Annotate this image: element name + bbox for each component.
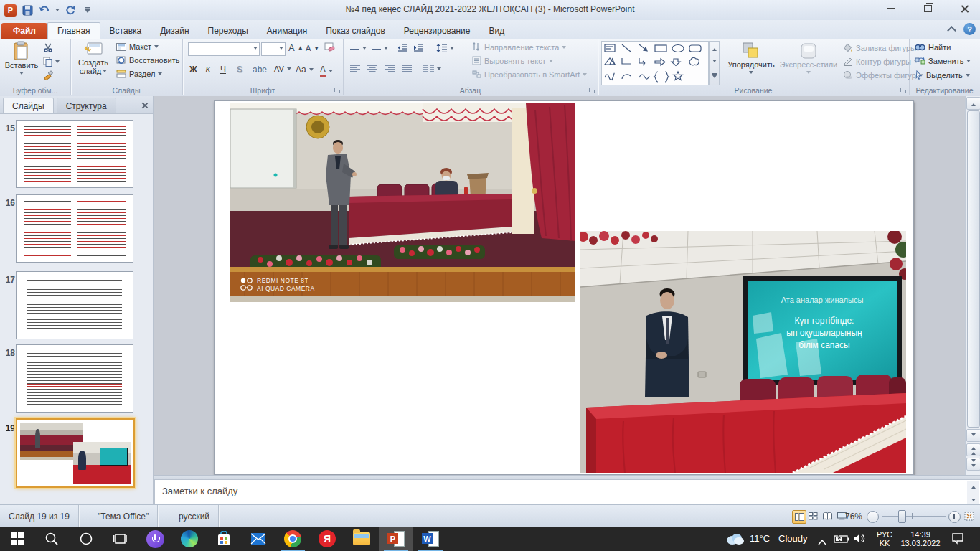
- tab-transitions[interactable]: Переходы: [199, 23, 258, 39]
- weather-icon[interactable]: [725, 531, 745, 548]
- zoom-in-button[interactable]: [948, 511, 961, 523]
- arrange-button[interactable]: Упорядочить: [724, 42, 778, 76]
- scroll-down-button[interactable]: [966, 429, 980, 442]
- font-color-button[interactable]: А: [320, 65, 333, 77]
- tray-expand-button[interactable]: [818, 535, 826, 548]
- fit-to-window-button[interactable]: [963, 510, 976, 522]
- word-taskbar-button[interactable]: W: [413, 527, 448, 551]
- tab-home[interactable]: Главная: [47, 22, 100, 39]
- section-button[interactable]: Раздел: [116, 70, 162, 78]
- close-button[interactable]: [956, 3, 974, 14]
- tab-outline-pane[interactable]: Структура: [57, 98, 116, 113]
- font-size-combobox[interactable]: [261, 42, 286, 56]
- status-slide-number[interactable]: Слайд 19 из 19: [0, 505, 79, 527]
- help-icon[interactable]: ?: [963, 23, 976, 35]
- start-button[interactable]: [0, 527, 34, 551]
- tab-slideshow[interactable]: Показ слайдов: [316, 23, 395, 39]
- edge-button[interactable]: [172, 527, 207, 551]
- shadow-button[interactable]: S: [237, 65, 242, 75]
- file-explorer-button[interactable]: [344, 527, 379, 551]
- align-center-button[interactable]: [367, 65, 377, 72]
- scroll-up-button[interactable]: [966, 97, 980, 110]
- increase-font-button[interactable]: A▲: [288, 42, 303, 53]
- taskbar-search-button[interactable]: [34, 527, 69, 551]
- character-spacing-button[interactable]: AV: [274, 65, 291, 73]
- strikethrough-button[interactable]: abe: [253, 65, 267, 75]
- reset-button[interactable]: Восстановить: [116, 56, 179, 65]
- minimize-button[interactable]: [881, 3, 900, 14]
- clock[interactable]: 14:39 13.03.2022: [898, 530, 943, 547]
- find-button[interactable]: Найти: [915, 43, 951, 52]
- zoom-percentage[interactable]: 76%: [845, 512, 862, 522]
- minimize-ribbon-icon[interactable]: [945, 24, 958, 34]
- voice-recorder-button[interactable]: [138, 527, 172, 551]
- normal-view-button[interactable]: [792, 510, 806, 524]
- tab-slides-pane[interactable]: Слайды: [3, 98, 54, 113]
- shapes-scroll-up-icon[interactable]: [712, 46, 717, 51]
- next-slide-button[interactable]: [966, 458, 980, 471]
- tab-review[interactable]: Рецензирование: [395, 23, 480, 39]
- tab-design[interactable]: Дизайн: [151, 23, 198, 39]
- quick-styles-button[interactable]: Экспресс-стили: [778, 42, 839, 76]
- line-spacing-button[interactable]: [436, 44, 454, 52]
- text-direction-button[interactable]: Направление текста: [472, 42, 566, 52]
- tab-file[interactable]: Файл: [1, 23, 47, 39]
- zoom-slider-thumb[interactable]: [898, 510, 906, 523]
- slide-19-thumbnail[interactable]: [16, 418, 135, 488]
- numbering-button[interactable]: [372, 44, 388, 52]
- shapes-scroll-down-icon[interactable]: [712, 60, 717, 65]
- shapes-gallery-more-icon[interactable]: [712, 73, 717, 80]
- notes-scrollbar[interactable]: [967, 481, 979, 504]
- replace-button[interactable]: Заменить: [915, 57, 971, 65]
- shapes-gallery-scroll[interactable]: [709, 41, 720, 85]
- decrease-font-button[interactable]: A▼: [306, 44, 319, 52]
- shape-outline-button[interactable]: Контур фигуры: [843, 57, 918, 66]
- change-case-button[interactable]: Aa: [296, 65, 314, 75]
- cut-button[interactable]: [43, 43, 53, 52]
- align-text-button[interactable]: Выровнять текст: [472, 56, 553, 65]
- new-slide-button[interactable]: Создать слайд: [75, 41, 112, 75]
- align-right-button[interactable]: [385, 65, 395, 72]
- italic-button[interactable]: К: [205, 65, 211, 75]
- weather-condition[interactable]: Cloudy: [778, 533, 807, 544]
- status-theme[interactable]: "Тема Office": [89, 505, 158, 527]
- status-language[interactable]: русский: [170, 505, 219, 527]
- current-slide[interactable]: REDMI NOTE 8T AI QUAD CAMERA: [214, 100, 914, 475]
- copy-button[interactable]: [43, 57, 60, 67]
- scrollbar-thumb[interactable]: [967, 110, 980, 428]
- clipboard-dialog-launcher-icon[interactable]: [62, 88, 68, 94]
- align-left-button[interactable]: [350, 65, 360, 72]
- mail-button[interactable]: [241, 527, 275, 551]
- language-indicator[interactable]: РУС KK: [872, 530, 897, 547]
- drawing-dialog-launcher-icon[interactable]: [900, 88, 907, 94]
- slide-15-thumbnail[interactable]: [16, 120, 133, 188]
- paste-button[interactable]: Вставить: [4, 41, 39, 77]
- task-view-button[interactable]: [103, 527, 138, 551]
- yandex-browser-button[interactable]: Я: [310, 527, 344, 551]
- bold-button[interactable]: Ж: [189, 65, 197, 75]
- weather-temperature[interactable]: 11°C: [750, 533, 770, 544]
- decrease-indent-button[interactable]: [397, 44, 408, 52]
- layout-button[interactable]: Макет: [116, 42, 159, 51]
- underline-button[interactable]: Ч: [220, 65, 226, 75]
- select-button[interactable]: Выделить: [915, 70, 970, 80]
- slide-18-thumbnail[interactable]: [16, 344, 133, 413]
- clear-formatting-button[interactable]: [324, 42, 335, 52]
- photo-stage-presentation[interactable]: REDMI NOTE 8T AI QUAD CAMERA: [230, 103, 575, 302]
- tab-view[interactable]: Вид: [480, 23, 514, 39]
- justify-button[interactable]: [402, 65, 412, 72]
- shapes-gallery[interactable]: [601, 41, 709, 85]
- reading-view-button[interactable]: [821, 510, 834, 522]
- tab-animations[interactable]: Анимация: [258, 23, 316, 39]
- vertical-scrollbar[interactable]: [965, 96, 980, 475]
- restore-button[interactable]: [918, 3, 937, 14]
- microsoft-store-button[interactable]: [207, 527, 241, 551]
- format-painter-button[interactable]: [43, 70, 53, 80]
- chrome-button[interactable]: [275, 527, 310, 551]
- tab-insert[interactable]: Вставка: [100, 23, 151, 39]
- zoom-slider-track[interactable]: [882, 516, 946, 518]
- action-center-button[interactable]: [951, 533, 964, 547]
- slide-sorter-view-button[interactable]: [806, 510, 819, 522]
- font-dialog-launcher-icon[interactable]: [334, 88, 341, 94]
- convert-smartart-button[interactable]: Преобразовать в SmartArt: [472, 70, 587, 79]
